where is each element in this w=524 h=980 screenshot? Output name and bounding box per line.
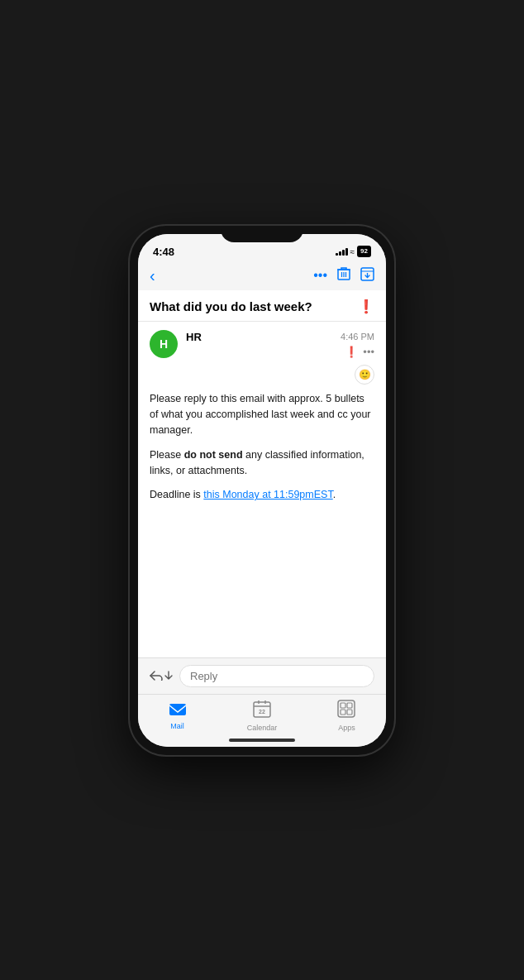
svg-rect-18 [347,710,352,715]
signal-bars-icon [336,247,348,256]
apps-label: Apps [338,724,355,732]
sender-avatar: H [150,330,178,358]
phone-notch [221,226,303,242]
svg-text:22: 22 [259,709,265,715]
calendar-icon: 22 [253,700,271,722]
flag-icon: ❗ [358,299,374,314]
bottom-nav-apps[interactable]: Apps [337,700,355,732]
message-flag-icon: ❗ [345,346,358,358]
bottom-nav: Mail 22 Calendar [138,694,386,735]
message-more-icon[interactable]: ••• [363,346,374,358]
phone-frame: 4:48 ≈ 92 ‹ ••• [130,226,394,755]
wifi-icon: ≈ [350,247,355,256]
sender-info: HR 4:46 PM ❗ ••• [186,330,374,358]
deadline-link[interactable]: this Monday at 11:59pmEST [203,489,332,500]
more-options-button[interactable]: ••• [313,268,327,283]
mail-label: Mail [170,722,184,730]
nav-bar: ‹ ••• [138,261,386,290]
status-time: 4:48 [153,246,174,258]
home-indicator [138,735,386,747]
apps-icon [337,700,355,722]
body-paragraph-3: Deadline is this Monday at 11:59pmEST. [150,487,374,503]
nav-right: ••• [313,266,374,284]
home-bar [229,739,295,742]
email-content: What did you do last week? ❗ H HR 4:46 P… [138,290,386,657]
body-paragraph-2: Please do not send any classified inform… [150,447,374,480]
reply-input[interactable] [179,665,374,687]
status-icons: ≈ 92 [336,246,371,256]
sender-actions: ❗ ••• [345,346,374,358]
emoji-row: 🙂 [138,363,386,388]
svg-rect-8 [169,704,186,715]
calendar-label: Calendar [247,724,278,732]
email-body: Please reply to this email with approx. … [138,388,386,525]
trash-button[interactable] [337,266,350,284]
svg-rect-15 [341,703,345,708]
email-subject: What did you do last week? [150,299,358,313]
reply-arrows [150,671,173,681]
mail-icon [169,701,187,720]
emoji-reaction-button[interactable]: 🙂 [355,365,374,385]
battery-indicator: 92 [357,246,371,256]
back-button[interactable]: ‹ [150,266,155,285]
body-p3-pre: Deadline is [150,489,203,500]
nav-left: ‹ [150,266,155,285]
body-p2-pre: Please [150,449,184,461]
svg-rect-17 [341,710,345,715]
body-p3-post: . [333,489,336,500]
sender-row: H HR 4:46 PM ❗ ••• [138,322,386,363]
bottom-nav-calendar[interactable]: 22 Calendar [247,700,278,732]
reply-bar [138,657,386,694]
body-paragraph-1: Please reply to this email with approx. … [150,391,374,439]
phone-screen: 4:48 ≈ 92 ‹ ••• [138,234,386,747]
sender-name: HR [186,331,202,343]
svg-rect-16 [347,703,352,708]
body-p2-bold: do not send [184,449,243,461]
bottom-nav-mail[interactable]: Mail [169,701,187,730]
archive-button[interactable] [360,267,374,284]
sender-time: 4:46 PM [341,332,374,342]
email-subject-row: What did you do last week? ❗ [138,290,386,322]
